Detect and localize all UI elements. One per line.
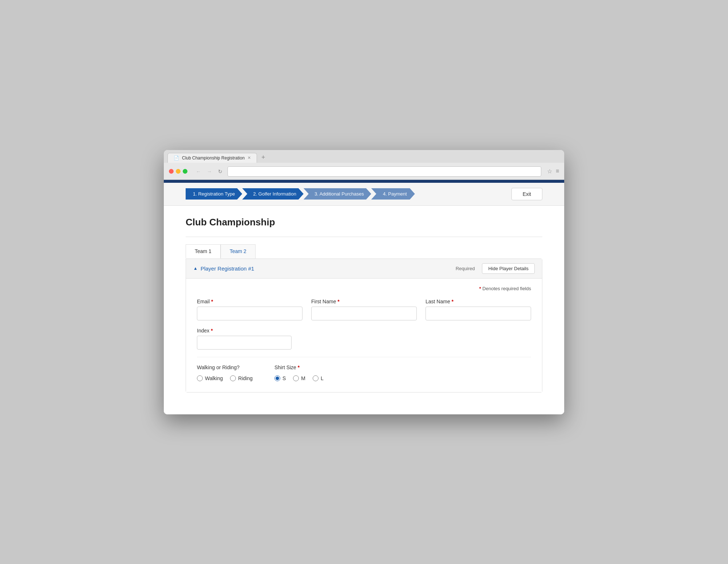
form-divider	[197, 357, 531, 357]
stepper-nav: 1. Registration Type 2. Golfer Informati…	[164, 183, 564, 206]
shirt-size-l-radio[interactable]	[313, 375, 318, 381]
fullscreen-traffic-light[interactable]	[183, 169, 187, 174]
tab-bar: 📄 Club Championship Registration ✕ +	[164, 150, 564, 163]
shirt-size-s-radio[interactable]	[274, 375, 280, 381]
last-name-label: Last Name *	[426, 299, 531, 304]
close-traffic-light[interactable]	[169, 169, 174, 174]
index-label: Index *	[197, 328, 292, 334]
form-area: * Denotes required fields Email *	[186, 279, 542, 392]
forward-button[interactable]: →	[205, 167, 214, 176]
bookmark-icon[interactable]: ☆	[547, 168, 552, 175]
registration-panel: ▲ Player Registration #1 Required Hide P…	[186, 259, 542, 393]
walking-riding-label: Walking or Riding?	[197, 364, 253, 370]
last-name-input[interactable]	[426, 307, 531, 320]
walking-riding-radio-group: Walking Riding	[197, 375, 253, 381]
page-content: 1. Registration Type 2. Golfer Informati…	[164, 180, 564, 414]
required-label: Required	[456, 266, 475, 271]
exit-button[interactable]: Exit	[511, 188, 542, 200]
riding-option[interactable]: Riding	[230, 375, 253, 381]
hide-details-button[interactable]: Hide Player Details	[482, 263, 535, 274]
reload-button[interactable]: ↻	[216, 167, 225, 176]
first-name-group: First Name *	[311, 299, 417, 320]
main-content: Club Championship Team 1 Team 2 ▲ Player…	[164, 206, 564, 414]
email-input[interactable]	[197, 307, 302, 320]
walking-radio[interactable]	[197, 375, 203, 381]
shirt-size-label: Shirt Size *	[274, 364, 324, 370]
index-input[interactable]	[197, 336, 292, 350]
team-tabs: Team 1 Team 2	[186, 244, 542, 259]
step-registration-type[interactable]: 1. Registration Type	[186, 188, 242, 200]
collapse-icon[interactable]: ▲	[193, 266, 198, 271]
nav-buttons: ← → ↻	[194, 167, 225, 176]
browser-window: 📄 Club Championship Registration ✕ + ← →…	[164, 150, 564, 414]
shirt-size-group: Shirt Size * S M	[274, 364, 324, 381]
required-note: * Denotes required fields	[197, 286, 531, 291]
first-name-label: First Name *	[311, 299, 417, 304]
team1-tab[interactable]: Team 1	[186, 244, 221, 259]
new-tab-button[interactable]: +	[258, 152, 268, 163]
step-golfer-information[interactable]: 2. Golfer Information	[242, 188, 304, 200]
minimize-traffic-light[interactable]	[176, 169, 181, 174]
shirt-size-m-radio[interactable]	[293, 375, 299, 381]
required-star: *	[479, 286, 481, 291]
email-label: Email *	[197, 299, 302, 304]
walking-option[interactable]: Walking	[197, 375, 223, 381]
browser-tab[interactable]: 📄 Club Championship Registration ✕	[167, 153, 257, 163]
step-additional-purchases[interactable]: 3. Additional Purchases	[304, 188, 371, 200]
tab-label: Club Championship Registration	[182, 155, 245, 161]
address-bar[interactable]	[228, 166, 541, 177]
walking-riding-group: Walking or Riding? Walking Riding	[197, 364, 253, 381]
back-button[interactable]: ←	[194, 167, 203, 176]
top-accent-bar	[164, 180, 564, 183]
page-title: Club Championship	[186, 217, 542, 228]
browser-icons: ☆ ≡	[547, 168, 559, 175]
tab-close-icon[interactable]: ✕	[248, 155, 251, 160]
riding-radio[interactable]	[230, 375, 236, 381]
index-group: Index *	[197, 328, 292, 350]
divider	[186, 237, 542, 237]
email-group: Email *	[197, 299, 302, 320]
step-payment[interactable]: 4. Payment	[371, 188, 415, 200]
last-name-group: Last Name *	[426, 299, 531, 320]
shirt-size-m[interactable]: M	[293, 375, 305, 381]
first-name-input[interactable]	[311, 307, 417, 320]
index-row: Index *	[197, 328, 531, 350]
stepper-steps: 1. Registration Type 2. Golfer Informati…	[186, 188, 415, 200]
shirt-size-l[interactable]: L	[313, 375, 324, 381]
shirt-size-radio-group: S M L	[274, 375, 324, 381]
browser-chrome: ← → ↻ ☆ ≡	[164, 163, 564, 180]
traffic-lights	[169, 169, 187, 174]
player-reg-title: ▲ Player Registration #1	[193, 265, 254, 272]
menu-icon[interactable]: ≡	[556, 168, 559, 175]
player-reg-right: Required Hide Player Details	[456, 263, 535, 274]
team2-tab[interactable]: Team 2	[221, 244, 256, 259]
player-reg-header: ▲ Player Registration #1 Required Hide P…	[186, 259, 542, 279]
name-row: Email * First Name *	[197, 299, 531, 320]
options-row: Walking or Riding? Walking Riding	[197, 364, 531, 381]
shirt-size-s[interactable]: S	[274, 375, 286, 381]
